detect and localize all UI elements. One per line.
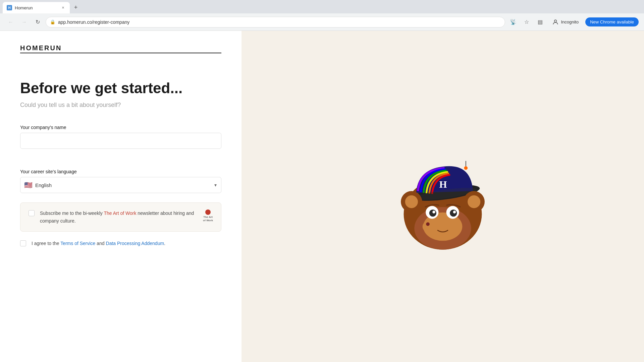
art-of-work-logo: The Artof Work: [203, 209, 213, 222]
bookmark-icon[interactable]: ☆: [521, 17, 532, 27]
browser-tab[interactable]: H Homerun ×: [3, 2, 70, 13]
language-label: Your career site's language: [20, 169, 221, 174]
company-name-input[interactable]: [20, 133, 221, 149]
address-bar[interactable]: 🔒 app.homerun.co/register-company: [46, 17, 505, 27]
page-heading: Before we get started...: [20, 80, 221, 96]
incognito-button[interactable]: Incognito: [548, 17, 583, 27]
address-lock-icon: 🔒: [50, 19, 55, 24]
svg-text:H: H: [439, 179, 447, 190]
sidebar-icon[interactable]: ▤: [535, 17, 545, 27]
terms-of-service-link[interactable]: Terms of Service: [60, 241, 95, 246]
tab-close-button[interactable]: ×: [60, 5, 66, 10]
svg-point-20: [405, 195, 418, 208]
company-name-field: Your company's name: [20, 125, 221, 160]
art-logo-circle: [205, 209, 211, 215]
svg-point-11: [423, 220, 438, 233]
homerun-logo: HOMERUN: [20, 44, 221, 53]
url-text: app.homerun.co/register-company: [58, 19, 129, 25]
terms-text-and: and: [95, 241, 106, 246]
data-processing-link[interactable]: Data Processing Addendum: [106, 241, 164, 246]
right-panel: H: [241, 31, 644, 362]
art-of-work-link[interactable]: The Art of Work: [104, 210, 136, 216]
browser-toolbar: ← → ↻ 🔒 app.homerun.co/register-company …: [0, 13, 644, 31]
left-panel: HOMERUN Before we get started... Could y…: [0, 31, 241, 362]
new-chrome-button[interactable]: New Chrome available: [585, 17, 639, 26]
back-button[interactable]: ←: [5, 17, 16, 27]
terms-text-after: .: [164, 241, 165, 246]
reload-button[interactable]: ↻: [32, 17, 43, 27]
language-select[interactable]: English Dutch German French: [20, 177, 221, 193]
svg-point-12: [447, 220, 463, 233]
newsletter-checkbox[interactable]: [29, 210, 35, 216]
art-logo-text: The Artof Work: [203, 216, 213, 222]
newsletter-box: Subscribe me to the bi-weekly The Art of…: [20, 202, 221, 232]
page-subheading: Could you tell us a bit about yourself?: [20, 102, 221, 109]
terms-row: I agree to the Terms of Service and Data…: [20, 240, 221, 247]
terms-text-before: I agree to the: [32, 241, 60, 246]
svg-point-0: [554, 20, 557, 22]
svg-point-13: [426, 222, 430, 226]
tab-title: Homerun: [15, 5, 58, 10]
svg-point-7: [450, 209, 457, 217]
terms-text: I agree to the Terms of Service and Data…: [32, 240, 165, 247]
forward-button[interactable]: →: [19, 17, 30, 27]
title-bar: H Homerun × +: [0, 0, 644, 13]
browser-window: H Homerun × + ← → ↻ 🔒 app.homerun.co/reg…: [0, 0, 644, 362]
svg-point-22: [468, 195, 480, 208]
svg-point-9: [453, 210, 456, 213]
language-select-wrapper: 🇺🇸 English Dutch German French ▾: [20, 177, 221, 193]
mascot-illustration: H: [389, 136, 496, 257]
cast-icon[interactable]: 📡: [508, 17, 519, 27]
incognito-icon: [552, 19, 559, 25]
new-tab-button[interactable]: +: [71, 3, 80, 12]
language-field: Your career site's language 🇺🇸 English D…: [20, 169, 221, 193]
page-content: HOMERUN Before we get started... Could y…: [0, 31, 644, 362]
newsletter-text: Subscribe me to the bi-weekly The Art of…: [40, 209, 198, 225]
newsletter-text-before: Subscribe me to the bi-weekly: [40, 210, 104, 216]
svg-point-6: [429, 209, 436, 217]
svg-point-17: [464, 166, 468, 170]
incognito-label: Incognito: [561, 19, 579, 24]
toolbar-right: 📡 ☆ ▤ Incognito New Chrome available: [508, 17, 639, 27]
tab-favicon: H: [7, 5, 12, 10]
svg-point-8: [432, 210, 435, 213]
company-name-label: Your company's name: [20, 125, 221, 130]
terms-checkbox[interactable]: [20, 240, 26, 246]
